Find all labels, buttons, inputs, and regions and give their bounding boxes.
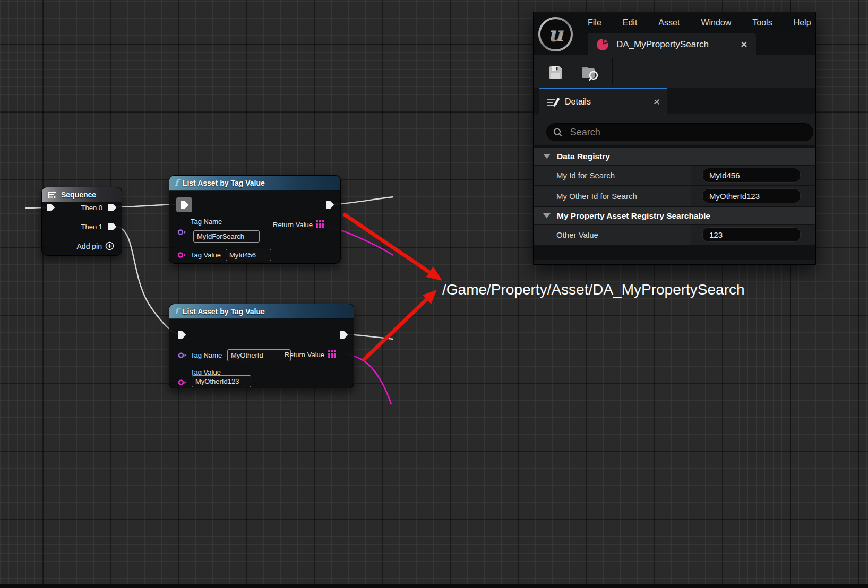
wire-list1-exec-out — [334, 197, 393, 204]
red-arrow-bottom-head — [423, 290, 437, 304]
detail-row-my-id: My Id for Search — [534, 166, 815, 186]
category-data-registry[interactable]: Data Registry — [534, 148, 815, 166]
tag-name-input[interactable] — [193, 230, 260, 243]
detail-row-other-value: Other Value — [534, 225, 815, 245]
menu-bar: File Edit Asset Window Tools Help — [534, 12, 815, 33]
red-arrow-bottom-line — [363, 298, 428, 360]
category-title: My Property Asset Registry Searchable — [557, 211, 710, 221]
return-value-pin-label: Return Value — [273, 221, 313, 229]
then0-exec-pin[interactable] — [108, 203, 117, 212]
search-input[interactable] — [569, 126, 806, 139]
exec-in-pin[interactable] — [180, 201, 189, 209]
menu-tools[interactable]: Tools — [752, 18, 772, 28]
details-tab-strip: Details — [534, 88, 815, 114]
row-value-cell — [691, 225, 815, 245]
collapse-triangle-icon[interactable] — [543, 213, 551, 218]
detail-row-my-other-id: My Other Id for Search — [534, 186, 815, 206]
category-my-property-asset-registry-searchable[interactable]: My Property Asset Registry Searchable — [534, 207, 815, 225]
then1-pin-label: Then 1 — [81, 223, 102, 231]
tag-value-input[interactable] — [192, 375, 251, 387]
then1-exec-pin[interactable] — [108, 222, 117, 231]
search-area — [534, 114, 815, 145]
then0-pin-label: Then 0 — [81, 204, 102, 212]
my-id-for-search-input[interactable] — [702, 168, 801, 183]
add-pin-plus-icon — [105, 241, 114, 250]
unreal-editor-window[interactable]: File Edit Asset Window Tools Help — [533, 12, 816, 265]
exec-out-pin[interactable] — [339, 331, 348, 339]
toolbar-divider — [612, 58, 613, 85]
tag-value-pin-label: Tag Value — [191, 251, 221, 259]
tag-value-input[interactable] — [226, 249, 271, 261]
other-value-input[interactable] — [702, 227, 801, 242]
unreal-logo: u — [538, 16, 573, 52]
menu-help[interactable]: Help — [794, 18, 811, 28]
add-pin-button[interactable]: Add pin — [77, 241, 114, 250]
asset-tab-close-icon[interactable] — [741, 41, 747, 48]
row-label: Other Value — [534, 225, 691, 245]
data-asset-icon — [596, 38, 609, 51]
wire-then0-to-list1 — [116, 204, 176, 207]
save-icon[interactable] — [548, 65, 563, 80]
node-list-asset-by-tag-value-1[interactable]: f List Asset by Tag Value Tag Name Tag V… — [169, 175, 341, 264]
details-tab-close-icon[interactable] — [654, 99, 660, 105]
asset-tab[interactable]: DA_MyPropertySearch — [588, 33, 756, 56]
menu-edit[interactable]: Edit — [623, 18, 638, 28]
tag-name-pin-label: Tag Name — [191, 351, 222, 359]
tag-name-pin[interactable] — [178, 352, 187, 359]
wire-list2-exec-out — [348, 334, 393, 339]
browse-to-asset-icon[interactable] — [581, 65, 599, 82]
red-arrow-top-line — [343, 214, 431, 273]
function-icon: f — [175, 307, 178, 316]
node-list1-header[interactable]: f List Asset by Tag Value — [169, 176, 340, 191]
tag-name-pin-label: Tag Name — [191, 218, 222, 226]
menu-file[interactable]: File — [588, 18, 601, 28]
exec-in-pin[interactable] — [46, 203, 55, 212]
asset-tab-label: DA_MyPropertySearch — [616, 39, 733, 50]
row-label: My Id for Search — [534, 166, 691, 185]
row-label: My Other Id for Search — [534, 186, 691, 206]
add-pin-label: Add pin — [77, 242, 102, 250]
row-value-cell — [691, 166, 815, 185]
bottom-edge-bar — [0, 584, 868, 588]
category-title: Data Registry — [557, 152, 610, 161]
details-tab[interactable]: Details — [539, 88, 667, 114]
exec-out-pin[interactable] — [325, 201, 334, 209]
menu-window[interactable]: Window — [701, 18, 731, 28]
sequence-icon — [47, 191, 57, 198]
return-value-array-pin[interactable] — [316, 220, 325, 229]
search-box[interactable] — [546, 123, 813, 141]
my-other-id-for-search-input[interactable] — [702, 188, 801, 203]
tag-value-pin[interactable] — [178, 379, 187, 386]
tag-value-pin[interactable] — [177, 252, 187, 258]
node-list1-title: List Asset by Tag Value — [183, 179, 265, 187]
collapse-triangle-icon[interactable] — [543, 154, 551, 159]
function-icon: f — [175, 179, 178, 187]
node-list-asset-by-tag-value-2[interactable]: f List Asset by Tag Value Tag Name Tag V… — [169, 304, 354, 388]
details-pencil-icon — [547, 97, 560, 107]
tag-name-input[interactable] — [227, 349, 291, 361]
node-sequence[interactable]: Sequence Then 0 Then 1 Add pin — [41, 187, 122, 256]
tag-name-pin[interactable] — [177, 229, 187, 236]
return-value-array-pin[interactable] — [328, 350, 337, 359]
details-tab-label: Details — [565, 97, 648, 107]
row-value-cell — [691, 186, 815, 206]
node-sequence-title: Sequence — [61, 191, 96, 199]
menu-asset[interactable]: Asset — [658, 18, 680, 28]
asset-path-annotation: /Game/Property/Asset/DA_MyPropertySearch — [442, 281, 745, 298]
exec-in-pin[interactable] — [177, 331, 186, 339]
red-arrow-top-head — [426, 266, 442, 281]
return-value-pin-label: Return Value — [285, 351, 324, 359]
svg-text:u: u — [548, 22, 564, 46]
details-footer — [534, 260, 815, 265]
blueprint-graph-canvas[interactable]: Sequence Then 0 Then 1 Add pin f List As… — [0, 0, 868, 588]
search-icon — [553, 127, 563, 137]
node-sequence-header[interactable]: Sequence — [42, 187, 122, 202]
node-list2-header[interactable]: f List Asset by Tag Value — [169, 304, 354, 319]
toolbar — [534, 55, 815, 88]
node-list2-title: List Asset by Tag Value — [183, 307, 265, 316]
